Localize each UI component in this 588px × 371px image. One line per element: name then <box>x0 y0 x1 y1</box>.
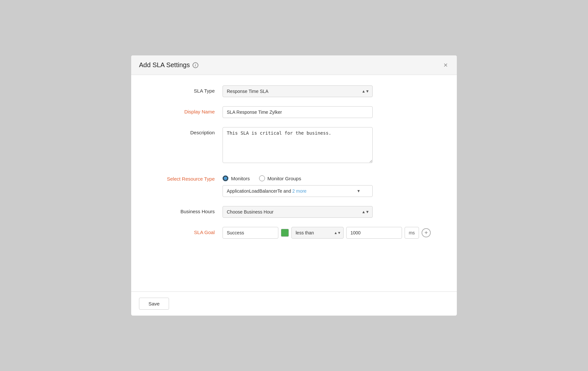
business-hours-select-wrapper: Choose Business Hour ▲▼ <box>223 206 373 218</box>
sla-type-select-wrapper: Response Time SLA Availability SLA ▲▼ <box>223 85 373 97</box>
sla-goal-condition-select[interactable]: less than greater than equal to <box>291 227 344 239</box>
sla-type-row: SLA Type Response Time SLA Availability … <box>157 85 431 97</box>
monitor-groups-radio[interactable] <box>259 175 265 181</box>
sla-type-label: SLA Type <box>157 85 223 94</box>
sla-type-control: Response Time SLA Availability SLA ▲▼ <box>223 85 431 97</box>
sla-goal-unit: ms <box>405 227 419 239</box>
business-hours-row: Business Hours Choose Business Hour ▲▼ <box>157 206 431 218</box>
resource-type-control: Monitors Monitor Groups ApplicationLoadB… <box>223 173 431 197</box>
sla-type-select[interactable]: Response Time SLA Availability SLA <box>223 85 373 97</box>
monitors-dropdown-arrow-icon: ▼ <box>357 189 361 193</box>
display-name-row: Display Name <box>157 106 431 118</box>
display-name-label: Display Name <box>157 106 223 114</box>
sla-goal-name-input[interactable] <box>223 227 278 239</box>
add-goal-button[interactable]: + <box>422 228 431 237</box>
business-hours-control: Choose Business Hour ▲▼ <box>223 206 431 218</box>
info-icon[interactable]: i <box>193 62 198 68</box>
display-name-input[interactable] <box>223 106 373 118</box>
sla-goal-control: less than greater than equal to ▲▼ ms + <box>223 227 431 239</box>
monitors-dropdown[interactable]: ApplicationLoadBalancerTe and 2 more ▼ <box>223 185 373 197</box>
monitor-groups-radio-item[interactable]: Monitor Groups <box>259 175 301 181</box>
monitors-radio[interactable] <box>223 175 228 181</box>
monitor-groups-radio-label: Monitor Groups <box>268 176 301 181</box>
sla-goal-condition-wrapper: less than greater than equal to ▲▼ <box>291 227 344 239</box>
business-hours-label: Business Hours <box>157 206 223 214</box>
resource-type-label: Select Resource Type <box>157 173 223 182</box>
business-hours-select[interactable]: Choose Business Hour <box>223 206 373 218</box>
title-text: Add SLA Settings <box>139 61 190 69</box>
monitors-radio-label: Monitors <box>231 176 250 181</box>
monitors-radio-item[interactable]: Monitors <box>223 175 250 181</box>
description-row: Description This SLA is critical for the… <box>157 127 431 164</box>
add-sla-dialog: Add SLA Settings i × SLA Type Response T… <box>131 55 457 316</box>
monitors-dropdown-text: ApplicationLoadBalancerTe and 2 more <box>227 188 306 194</box>
sla-goal-row: SLA Goal less than greater than equal to… <box>157 227 431 239</box>
resource-type-row: Select Resource Type Monitors Monitor Gr… <box>157 173 431 197</box>
dialog-footer: Save <box>131 291 457 316</box>
description-control: This SLA is critical for the business. <box>223 127 431 164</box>
dialog-header: Add SLA Settings i × <box>131 55 457 75</box>
description-label: Description <box>157 127 223 135</box>
sla-goal-label: SLA Goal <box>157 227 223 235</box>
close-button[interactable]: × <box>442 62 449 69</box>
description-input[interactable]: This SLA is critical for the business. <box>223 127 373 163</box>
display-name-control <box>223 106 431 118</box>
sla-goal-inputs: less than greater than equal to ▲▼ ms + <box>223 227 431 239</box>
save-button[interactable]: Save <box>139 298 169 310</box>
sla-goal-value-input[interactable] <box>346 227 402 239</box>
resource-type-radio-group: Monitors Monitor Groups <box>223 173 431 181</box>
monitors-more-link[interactable]: 2 more <box>292 188 307 194</box>
dialog-title: Add SLA Settings i <box>139 61 198 69</box>
sla-goal-color-box[interactable] <box>281 229 289 237</box>
dialog-body: SLA Type Response Time SLA Availability … <box>131 75 457 291</box>
monitors-selected-text: ApplicationLoadBalancerTe and <box>227 188 291 194</box>
